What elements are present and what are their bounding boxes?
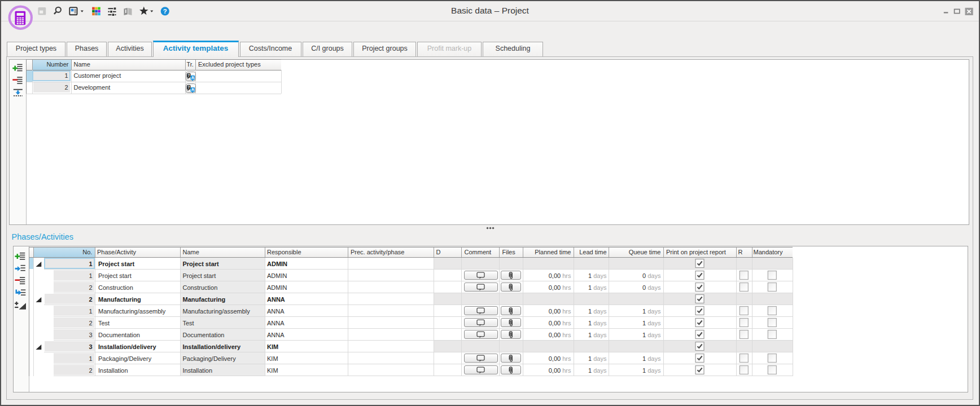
svg-text:A: A xyxy=(191,75,195,80)
svg-text:?: ? xyxy=(163,8,167,15)
svg-text:A: A xyxy=(191,87,195,92)
svg-text:?: ? xyxy=(187,85,190,89)
svg-text:?: ? xyxy=(187,73,190,77)
